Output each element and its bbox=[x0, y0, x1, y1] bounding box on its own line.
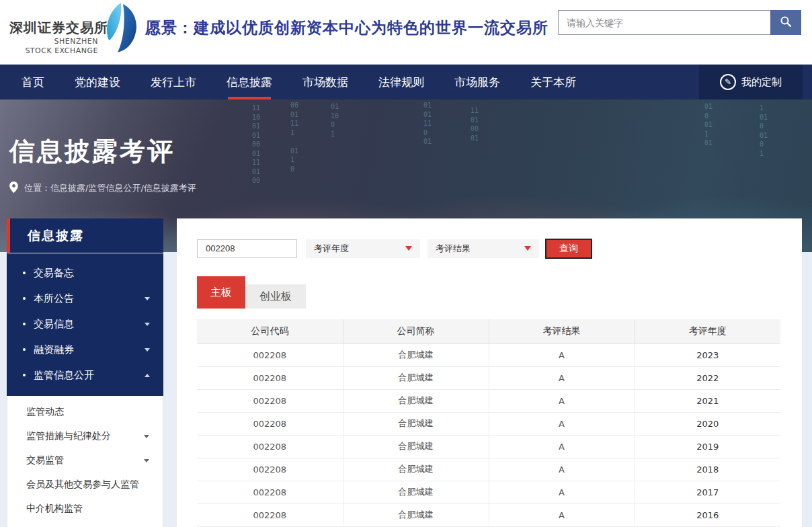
page-title: 信息披露考评 bbox=[9, 134, 175, 169]
sidebar-item-本所公告[interactable]: 本所公告 bbox=[7, 286, 163, 311]
nav-item-市场服务[interactable]: 市场服务 bbox=[454, 65, 500, 99]
cell-year: 2020 bbox=[635, 412, 780, 435]
sidebar-item-监管信息公开[interactable]: 监管信息公开 bbox=[7, 362, 163, 388]
bullet-icon bbox=[23, 272, 26, 274]
sidebar-item-交易备忘[interactable]: 交易备忘 bbox=[7, 260, 163, 286]
sidebar-submenu: 监管动态监管措施与纪律处分交易监管会员及其他交易参与人监管中介机构监管发行承销监… bbox=[7, 396, 163, 527]
binary-digits-decor: 1 01 0 01 0 1 bbox=[760, 104, 768, 158]
sidebar: 信息披露 交易备忘本所公告交易信息融资融券监管信息公开 监管动态监管措施与纪律处… bbox=[7, 218, 163, 527]
table-row: 002208合肥城建A2022 bbox=[197, 366, 780, 389]
cell-company-name: 合肥城建 bbox=[343, 458, 489, 481]
cell-company-name: 合肥城建 bbox=[343, 412, 489, 435]
sidebar-menu: 交易备忘本所公告交易信息融资融券监管信息公开 bbox=[7, 253, 163, 396]
sidebar-item-label: 监管信息公开 bbox=[34, 369, 94, 382]
chevron-down-icon bbox=[145, 297, 150, 300]
breadcrumb-text: 位置：信息披露/监管信息公开/信息披露考评 bbox=[24, 182, 196, 194]
nav-item-关于本所[interactable]: 关于本所 bbox=[530, 65, 576, 99]
cell-year: 2023 bbox=[635, 343, 780, 366]
page: 深圳证券交易所 SHENZHEN STOCK EXCHANGE 愿景：建成以优质… bbox=[0, 0, 812, 527]
binary-digits-decor: 01 10 0 1 bbox=[331, 102, 339, 138]
cell-year: 2017 bbox=[635, 481, 780, 503]
cell-company-code: 002208 bbox=[197, 458, 343, 481]
sidebar-subitem-监管措施与纪律处分[interactable]: 监管措施与纪律处分 bbox=[7, 424, 163, 448]
chevron-down-icon bbox=[524, 246, 531, 251]
cell-result: A bbox=[489, 503, 635, 526]
nav-item-市场数据[interactable]: 市场数据 bbox=[302, 65, 348, 99]
nav-item-党的建设[interactable]: 党的建设 bbox=[75, 65, 120, 99]
sidebar-subitem-中介机构监管[interactable]: 中介机构监管 bbox=[7, 497, 163, 521]
tab-主板[interactable]: 主板 bbox=[197, 276, 245, 309]
chevron-down-icon bbox=[145, 348, 150, 352]
column-header-考评年度: 考评年度 bbox=[635, 319, 780, 343]
location-pin-icon bbox=[9, 181, 18, 195]
sidebar-subitem-交易监管[interactable]: 交易监管 bbox=[7, 448, 163, 473]
chevron-up-icon bbox=[145, 374, 150, 377]
nav-item-首页[interactable]: 首页 bbox=[22, 65, 44, 99]
cell-year: 2018 bbox=[635, 458, 780, 481]
cell-year: 2016 bbox=[635, 503, 780, 526]
evaluation-year-select[interactable]: 考评年度 bbox=[306, 239, 420, 258]
nav-item-发行上市[interactable]: 发行上市 bbox=[151, 65, 196, 99]
table-row: 002208合肥城建A2020 bbox=[197, 412, 780, 435]
pencil-circle-icon: ✎ bbox=[720, 74, 736, 90]
nav-item-法律规则[interactable]: 法律规则 bbox=[378, 65, 424, 99]
table-row: 002208合肥城建A2017 bbox=[197, 481, 780, 503]
cell-company-name: 合肥城建 bbox=[343, 481, 489, 503]
evaluation-result-select[interactable]: 考评结果 bbox=[428, 239, 539, 258]
my-customization-button[interactable]: ✎ 我的定制 bbox=[699, 65, 803, 99]
logo-text[interactable]: 深圳证券交易所 SHENZHEN STOCK EXCHANGE bbox=[9, 19, 98, 56]
binary-digits-decor: 11 01 00 01 bbox=[471, 106, 479, 143]
sidebar-subitem-label: 监管措施与纪律处分 bbox=[26, 430, 111, 442]
table-row: 002208合肥城建A2016 bbox=[197, 503, 780, 526]
sidebar-item-label: 交易信息 bbox=[34, 318, 74, 331]
cell-company-name: 合肥城建 bbox=[343, 389, 489, 412]
cell-year: 2019 bbox=[635, 435, 780, 458]
chevron-down-icon bbox=[405, 246, 412, 251]
cell-company-name: 合肥城建 bbox=[343, 503, 489, 526]
logo-english-line1: SHENZHEN bbox=[9, 37, 98, 46]
evaluation-table: 公司代码公司简称考评结果考评年度 002208合肥城建A2023002208合肥… bbox=[197, 319, 780, 527]
site-search bbox=[558, 10, 801, 35]
cell-company-code: 002208 bbox=[197, 435, 343, 458]
sidebar-subitem-发行承销监管[interactable]: 发行承销监管 bbox=[7, 521, 163, 527]
sidebar-subitem-会员及其他交易参与人监管[interactable]: 会员及其他交易参与人监管 bbox=[7, 473, 163, 497]
chevron-down-icon bbox=[145, 323, 150, 326]
breadcrumb: 位置：信息披露/监管信息公开/信息披露考评 bbox=[9, 181, 196, 195]
nav-item-信息披露[interactable]: 信息披露 bbox=[227, 65, 272, 99]
cell-company-code: 002208 bbox=[197, 412, 343, 435]
cell-result: A bbox=[489, 366, 635, 389]
tab-创业板[interactable]: 创业板 bbox=[245, 284, 306, 309]
cell-company-code: 002208 bbox=[197, 389, 343, 412]
company-code-input[interactable] bbox=[197, 239, 297, 258]
table-row: 002208合肥城建A2019 bbox=[197, 435, 780, 458]
cell-result: A bbox=[489, 458, 635, 481]
cell-company-name: 合肥城建 bbox=[343, 366, 489, 389]
bullet-icon bbox=[23, 374, 26, 376]
vision-slogan: 愿景：建成以优质创新资本中心为特色的世界一流交易所 bbox=[145, 17, 549, 38]
binary-digits-decor: 00 01 11 1 01 1 0 bbox=[290, 101, 298, 173]
main-navbar: 首页党的建设发行上市信息披露市场数据法律规则市场服务关于本所 ✎ 我的定制 bbox=[0, 65, 812, 99]
search-icon bbox=[780, 15, 792, 30]
sidebar-item-交易信息[interactable]: 交易信息 bbox=[7, 311, 163, 337]
cell-result: A bbox=[489, 412, 635, 435]
search-button[interactable] bbox=[770, 10, 801, 35]
evaluation-year-label: 考评年度 bbox=[314, 243, 349, 255]
sidebar-item-融资融券[interactable]: 融资融券 bbox=[7, 337, 163, 362]
column-header-公司代码: 公司代码 bbox=[197, 319, 343, 343]
sidebar-subitem-监管动态[interactable]: 监管动态 bbox=[7, 400, 163, 424]
cell-result: A bbox=[489, 435, 635, 458]
cell-company-name: 合肥城建 bbox=[343, 343, 489, 366]
table-body: 002208合肥城建A2023002208合肥城建A2022002208合肥城建… bbox=[197, 343, 780, 526]
query-button[interactable]: 查询 bbox=[545, 239, 592, 259]
search-input[interactable] bbox=[558, 10, 770, 35]
sidebar-subitem-label: 交易监管 bbox=[26, 454, 64, 467]
cell-result: A bbox=[489, 481, 635, 503]
cell-company-name: 合肥城建 bbox=[343, 435, 489, 458]
site-header: 深圳证券交易所 SHENZHEN STOCK EXCHANGE 愿景：建成以优质… bbox=[0, 0, 812, 65]
szse-logo-icon bbox=[103, 1, 139, 55]
logo-chinese-name: 深圳证券交易所 bbox=[9, 19, 98, 37]
chevron-down-icon bbox=[144, 459, 149, 462]
evaluation-result-label: 考评结果 bbox=[436, 243, 471, 255]
main-panel: 考评年度 考评结果 查询 主板创业板 公司代码公司简称考评结果考评年度 0022… bbox=[177, 218, 802, 527]
binary-digits-decor: 11 10 01 01 00 01 11 01 00 bbox=[252, 104, 260, 186]
